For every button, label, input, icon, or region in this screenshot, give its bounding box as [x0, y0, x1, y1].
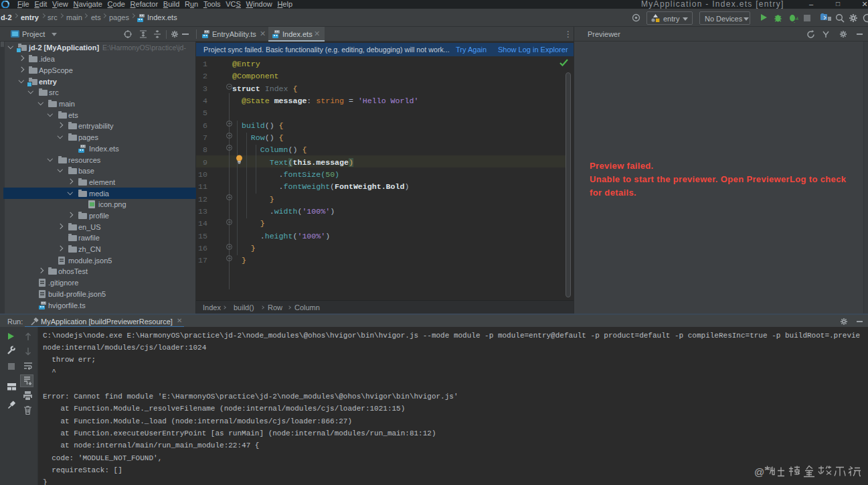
svg-text:@: @: [754, 466, 764, 478]
